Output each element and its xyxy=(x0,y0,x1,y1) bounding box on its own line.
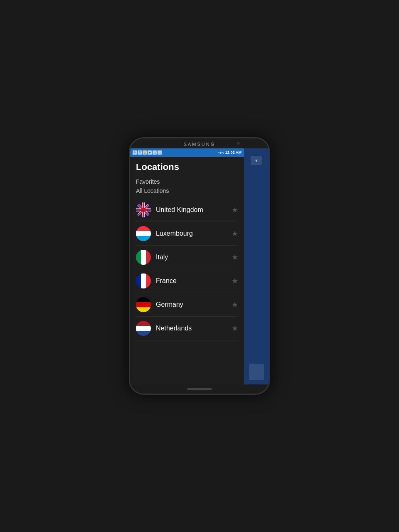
screen-sidebar xyxy=(244,148,269,384)
flag-france xyxy=(136,273,151,288)
home-indicator xyxy=(187,388,212,390)
location-item-netherlands[interactable]: Netherlands ★ xyxy=(136,317,238,340)
location-item-uk[interactable]: United Kingdom ★ xyxy=(136,198,238,222)
favorite-star-uk[interactable]: ★ xyxy=(232,205,238,214)
favorite-star-netherlands[interactable]: ★ xyxy=(232,324,238,333)
location-item-germany[interactable]: Germany ★ xyxy=(136,293,238,317)
circle-minus-icon: ⊖ xyxy=(133,150,137,155)
status-bar: ⊖ ⚙ 🔒 ▶ □ □ 74% 12:02 AM xyxy=(130,148,244,157)
location-name-uk: United Kingdom xyxy=(156,206,232,214)
samsung-logo: SAMSUNG xyxy=(184,142,216,147)
flag-uk xyxy=(136,202,151,217)
flag-germany xyxy=(136,297,151,312)
location-name-france: France xyxy=(156,277,232,285)
app-content: Locations Favorites All Locations xyxy=(130,157,244,384)
phone-bottom-bar xyxy=(130,384,269,394)
battery-percentage: 74% xyxy=(217,151,224,155)
screen-main: ⊖ ⚙ 🔒 ▶ □ □ 74% 12:02 AM Locations Favor… xyxy=(130,148,244,384)
lock-icon: 🔒 xyxy=(143,150,147,155)
location-name-luxembourg: Luxembourg xyxy=(156,230,232,237)
flag-italy xyxy=(136,250,151,265)
favorite-star-luxembourg[interactable]: ★ xyxy=(232,229,238,238)
location-name-netherlands: Netherlands xyxy=(156,325,232,332)
location-name-germany: Germany xyxy=(156,301,232,308)
status-icons-left: ⊖ ⚙ 🔒 ▶ □ □ xyxy=(133,150,162,155)
app-icon1: □ xyxy=(153,150,157,155)
favorite-star-italy[interactable]: ★ xyxy=(232,253,238,262)
sidebar-dropdown[interactable] xyxy=(251,156,262,165)
location-item-luxembourg[interactable]: Luxembourg ★ xyxy=(136,222,238,246)
favorites-section-label[interactable]: Favorites xyxy=(136,178,238,185)
page-title: Locations xyxy=(136,162,238,172)
sidebar-box xyxy=(249,364,264,380)
phone-device: SAMSUNG ⊖ ⚙ 🔒 ▶ □ □ 74% 12:02 AM Loc xyxy=(129,137,270,395)
flag-netherlands xyxy=(136,321,151,336)
media-icon: ▶ xyxy=(148,150,152,155)
phone-top-bar: SAMSUNG xyxy=(130,138,269,148)
phone-screen: ⊖ ⚙ 🔒 ▶ □ □ 74% 12:02 AM Locations Favor… xyxy=(130,148,269,384)
location-item-france[interactable]: France ★ xyxy=(136,269,238,293)
app-icon2: □ xyxy=(158,150,162,155)
all-locations-section-label[interactable]: All Locations xyxy=(136,187,238,194)
status-time: 12:02 AM xyxy=(225,150,241,155)
camera xyxy=(237,142,240,145)
location-name-italy: Italy xyxy=(156,254,232,261)
favorite-star-germany[interactable]: ★ xyxy=(232,300,238,309)
location-item-italy[interactable]: Italy ★ xyxy=(136,246,238,269)
settings-icon: ⚙ xyxy=(138,150,142,155)
flag-luxembourg xyxy=(136,226,151,241)
favorite-star-france[interactable]: ★ xyxy=(232,276,238,286)
status-right: 74% 12:02 AM xyxy=(217,150,241,155)
